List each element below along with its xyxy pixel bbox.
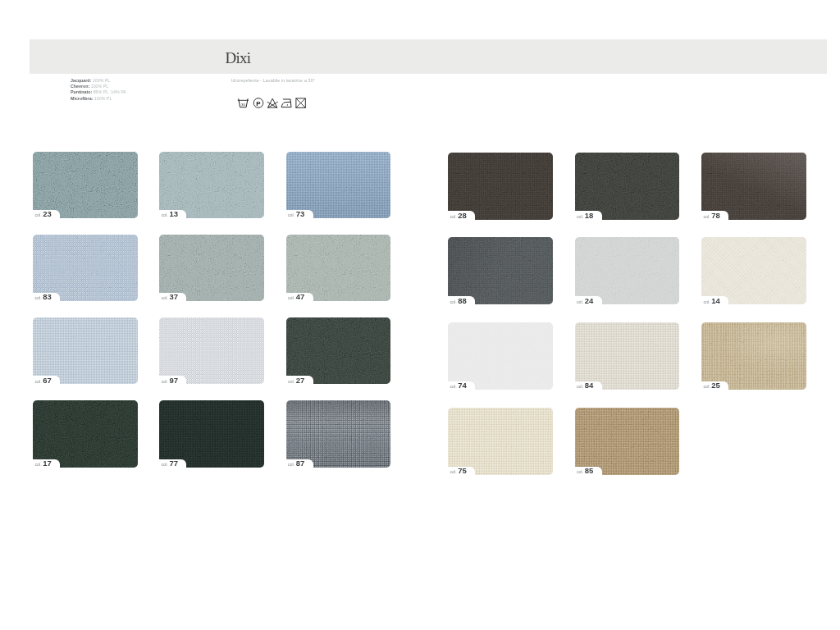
svg-text:P: P	[256, 99, 261, 107]
svg-text:30: 30	[241, 102, 245, 106]
